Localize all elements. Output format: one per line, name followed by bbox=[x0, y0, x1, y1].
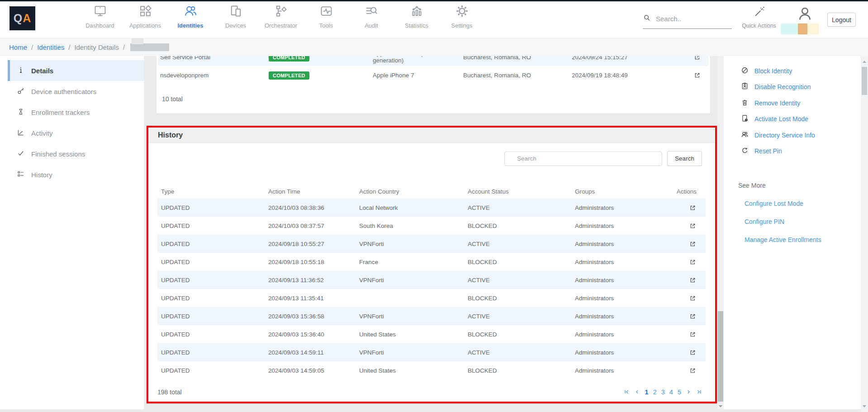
action-disable-recognition[interactable]: Disable Recognition bbox=[741, 79, 861, 95]
activity-chart-icon bbox=[17, 128, 25, 138]
open-entry-icon[interactable] bbox=[689, 294, 702, 302]
sidebar-item-history[interactable]: History bbox=[8, 164, 144, 185]
link-configure-pin[interactable]: Configure PIN bbox=[745, 218, 861, 225]
open-entry-icon[interactable] bbox=[689, 276, 702, 284]
open-session-icon[interactable] bbox=[693, 56, 707, 61]
table-row: UPDATED 2024/09/03 14:59:11 VPNForti ACT… bbox=[157, 343, 706, 361]
action-reset-pin[interactable]: Reset Pin bbox=[741, 143, 861, 160]
breadcrumb-separator: / bbox=[31, 43, 33, 51]
table-row: UPDATED 2024/09/13 11:36:52 VPNForti ACT… bbox=[157, 271, 706, 289]
history-table-header: Type Action Time Action Country Account … bbox=[157, 184, 706, 199]
link-configure-lost-mode[interactable]: Configure Lost Mode bbox=[745, 200, 861, 207]
tablet-clock-icon bbox=[741, 114, 749, 123]
cell-action-country: VPNForti bbox=[359, 241, 468, 247]
open-entry-icon[interactable] bbox=[689, 349, 702, 356]
cell-action-country: France bbox=[359, 259, 468, 265]
breadcrumb: Home / Identities / Identity Details / bbox=[0, 38, 868, 56]
nav-item-orchestrator[interactable]: Orchestrator bbox=[256, 4, 306, 29]
nav-item-statistics[interactable]: Statistics bbox=[392, 4, 441, 29]
breadcrumb-link-identities[interactable]: Identities bbox=[37, 43, 64, 51]
breadcrumb-current: Identity Details bbox=[74, 43, 119, 51]
open-entry-icon[interactable] bbox=[689, 222, 702, 230]
page-number-2[interactable]: 2 bbox=[653, 388, 657, 396]
cell-action-country: South Korea bbox=[359, 223, 468, 229]
action-directory-service-info[interactable]: Directory Service Info bbox=[741, 127, 861, 143]
app-logo[interactable]: Q A bbox=[9, 6, 35, 30]
people-icon bbox=[741, 131, 749, 140]
last-page-icon[interactable] bbox=[696, 389, 702, 395]
person-icon bbox=[797, 16, 813, 24]
nav-item-settings[interactable]: Settings bbox=[437, 4, 487, 29]
table-row: UPDATED 2024/09/13 11:35:41 BLOCKED Admi… bbox=[157, 289, 706, 307]
open-entry-icon[interactable] bbox=[689, 204, 702, 212]
sidebar-item-finished-sessions[interactable]: Finished sessions bbox=[8, 143, 144, 164]
action-label: Reset Pin bbox=[754, 147, 782, 155]
cell-action-time: 2024/09/03 14:59:05 bbox=[268, 367, 359, 374]
open-entry-icon[interactable] bbox=[689, 258, 702, 266]
session-name: Self Service Portal bbox=[160, 56, 269, 61]
breadcrumb-link-home[interactable]: Home bbox=[9, 43, 27, 51]
action-activate-lost-mode[interactable]: Activate Lost Mode bbox=[741, 111, 861, 128]
see-more-label: See More bbox=[738, 182, 861, 189]
sidebar-item-device-authenticators[interactable]: Device authenticators bbox=[8, 81, 144, 102]
sidebar-item-activity[interactable]: Activity bbox=[8, 123, 144, 143]
nav-label: Tools bbox=[301, 22, 351, 29]
column-header-type: Type bbox=[161, 188, 268, 195]
session-location: Bucharest, Romania, RO bbox=[463, 72, 572, 79]
session-location: Bucharest, Romania, RO bbox=[463, 56, 572, 61]
open-entry-icon[interactable] bbox=[689, 367, 702, 374]
table-row: UPDATED 2024/10/03 08:37:57 South Korea … bbox=[157, 217, 706, 235]
first-page-icon[interactable] bbox=[624, 389, 630, 395]
logout-button[interactable]: Logout bbox=[827, 13, 856, 27]
scroll-up-arrow-icon[interactable] bbox=[863, 61, 866, 63]
nav-item-tools[interactable]: Tools bbox=[301, 4, 351, 29]
session-device: Apple iPhone SE (3rd generation) bbox=[373, 56, 463, 64]
page-scrollbar-thumb[interactable] bbox=[862, 67, 867, 95]
column-header-account-status: Account Status bbox=[468, 188, 575, 195]
cell-groups: Administrators bbox=[575, 241, 673, 247]
sessions-total-count: 10 total bbox=[162, 95, 710, 103]
history-search-button[interactable]: Search bbox=[667, 151, 702, 166]
quick-actions-button[interactable]: Quick Actions bbox=[737, 6, 781, 29]
cell-type: UPDATED bbox=[161, 367, 268, 374]
action-remove-identity[interactable]: Remove Identity bbox=[741, 95, 861, 111]
user-avatar[interactable] bbox=[795, 5, 815, 24]
nav-item-identities[interactable]: Identities bbox=[166, 4, 215, 29]
link-manage-active-enrollments[interactable]: Manage Active Enrollments bbox=[745, 236, 861, 243]
pagination: 1 2 3 4 5 bbox=[624, 388, 702, 396]
action-label: Disable Recognition bbox=[754, 83, 811, 90]
open-entry-icon[interactable] bbox=[689, 313, 702, 320]
scroll-down-arrow-icon[interactable] bbox=[719, 405, 722, 407]
previous-page-icon[interactable] bbox=[634, 389, 640, 395]
nav-label: Statistics bbox=[392, 22, 441, 29]
next-page-icon[interactable] bbox=[686, 389, 692, 395]
table-row: UPDATED 2024/10/03 08:38:36 Local Networ… bbox=[157, 199, 706, 217]
action-block-identity[interactable]: Block Identity bbox=[741, 63, 861, 79]
magic-wand-icon bbox=[753, 13, 765, 19]
cell-account-status: BLOCKED bbox=[468, 331, 575, 338]
nav-item-devices[interactable]: Devices bbox=[211, 4, 261, 29]
global-search-input[interactable] bbox=[656, 15, 724, 23]
sidebar-item-enrollment-trackers[interactable]: Enrollment trackers bbox=[8, 102, 144, 123]
open-entry-icon[interactable] bbox=[689, 240, 702, 248]
column-header-action-time: Action Time bbox=[268, 188, 359, 195]
cell-groups: Administrators bbox=[575, 223, 673, 229]
page-number-1[interactable]: 1 bbox=[645, 388, 648, 396]
session-name: nsdeveloponprem bbox=[160, 72, 269, 79]
scroll-down-arrow-icon[interactable] bbox=[863, 405, 866, 407]
page-number-3[interactable]: 3 bbox=[661, 388, 665, 396]
content-scrollbar-thumb[interactable] bbox=[718, 311, 723, 402]
nav-item-dashboard[interactable]: Dashboard bbox=[75, 4, 125, 29]
open-entry-icon[interactable] bbox=[689, 331, 702, 338]
open-session-icon[interactable] bbox=[693, 71, 707, 79]
sidebar-item-details[interactable]: Details bbox=[8, 60, 144, 81]
orchestrator-icon bbox=[274, 12, 288, 19]
nav-item-audit[interactable]: Audit bbox=[346, 4, 396, 29]
cell-action-time: 2024/09/13 11:36:52 bbox=[268, 277, 359, 284]
page-number-4[interactable]: 4 bbox=[669, 388, 673, 396]
hourglass-icon bbox=[17, 108, 25, 117]
page-number-5[interactable]: 5 bbox=[678, 388, 681, 396]
table-row: UPDATED 2024/09/18 10:55:27 VPNForti ACT… bbox=[157, 235, 706, 253]
nav-item-applications[interactable]: Applications bbox=[120, 4, 170, 29]
history-search-input[interactable] bbox=[504, 152, 662, 166]
